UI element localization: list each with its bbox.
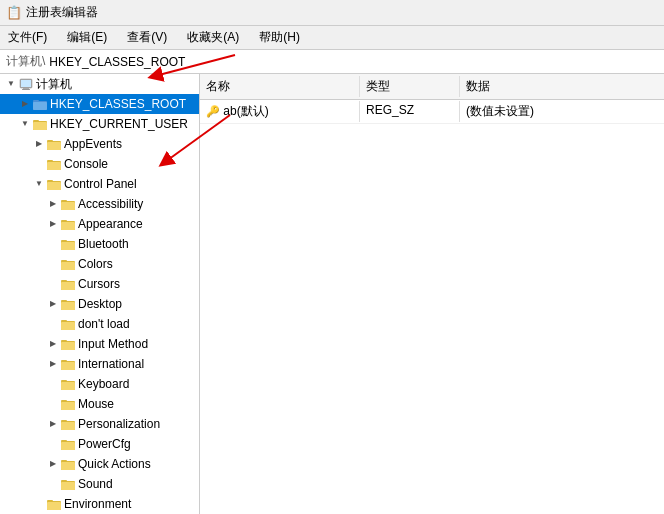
tree-label-quick_actions: Quick Actions [78, 455, 151, 473]
expand-btn-appearance[interactable]: ▶ [46, 215, 60, 233]
tree-label-appearance: Appearance [78, 215, 143, 233]
svg-rect-11 [47, 140, 53, 142]
svg-rect-29 [61, 260, 67, 262]
tree-label-appevents: AppEvents [64, 135, 122, 153]
svg-rect-20 [61, 200, 67, 202]
expand-btn-hkey_current_user[interactable]: ▼ [18, 115, 32, 133]
row-name-value: ab(默认) [223, 104, 268, 118]
svg-rect-50 [61, 400, 67, 402]
svg-rect-18 [47, 182, 61, 190]
tree-item-desktop[interactable]: ▶ Desktop [0, 294, 199, 314]
tree-label-international: International [78, 355, 144, 373]
tree-label-sound: Sound [78, 475, 113, 493]
svg-rect-24 [61, 222, 75, 230]
expand-btn-international[interactable]: ▶ [46, 355, 60, 373]
svg-rect-65 [47, 500, 53, 502]
expand-btn-accessibility[interactable]: ▶ [46, 195, 60, 213]
cell-type: REG_SZ [360, 101, 460, 122]
table-header: 名称 类型 数据 [200, 74, 664, 100]
menu-favorites[interactable]: 收藏夹(A) [183, 28, 243, 47]
tree-label-mouse: Mouse [78, 395, 114, 413]
svg-rect-60 [61, 462, 75, 470]
expand-btn-quick_actions[interactable]: ▶ [46, 455, 60, 473]
address-label: 计算机\ [6, 53, 45, 70]
svg-rect-35 [61, 300, 67, 302]
tree-item-hkey_current_user[interactable]: ▼ HKEY_CURRENT_USER [0, 114, 199, 134]
folder-icon-computer [18, 78, 34, 91]
tree-item-bluetooth[interactable]: Bluetooth [0, 234, 199, 254]
folder-icon-sound [60, 478, 76, 491]
expand-btn-controlpanel[interactable]: ▼ [32, 175, 46, 193]
menu-file[interactable]: 文件(F) [4, 28, 51, 47]
cell-name: 🔑 ab(默认) [200, 101, 360, 122]
menu-view[interactable]: 查看(V) [123, 28, 171, 47]
svg-rect-62 [61, 480, 67, 482]
folder-icon-hkey_current_user [32, 118, 48, 131]
svg-rect-8 [33, 120, 39, 122]
folder-icon-hkey_classes_root [32, 98, 48, 111]
folder-icon-powercfg [60, 438, 76, 451]
tree-item-hkey_classes_root[interactable]: ▶ HKEY_CLASSES_ROOT [0, 94, 199, 114]
svg-rect-33 [61, 282, 75, 290]
table-row[interactable]: 🔑 ab(默认) REG_SZ (数值未设置) [200, 100, 664, 124]
tree-item-sound[interactable]: Sound [0, 474, 199, 494]
expand-btn-input_method[interactable]: ▶ [46, 335, 60, 353]
menu-help[interactable]: 帮助(H) [255, 28, 304, 47]
tree-item-mouse[interactable]: Mouse [0, 394, 199, 414]
tree-item-appearance[interactable]: ▶ Appearance [0, 214, 199, 234]
svg-rect-9 [33, 122, 47, 130]
folder-icon-cursors [60, 278, 76, 291]
svg-rect-27 [61, 242, 75, 250]
tree-item-input_method[interactable]: ▶ Input Method [0, 334, 199, 354]
tree-item-quick_actions[interactable]: ▶ Quick Actions [0, 454, 199, 474]
svg-rect-21 [61, 202, 75, 210]
tree-item-personalization[interactable]: ▶ Personalization [0, 414, 199, 434]
expand-btn-appevents[interactable]: ▶ [32, 135, 46, 153]
tree-item-international[interactable]: ▶ International [0, 354, 199, 374]
tree-item-keyboard[interactable]: Keyboard [0, 374, 199, 394]
tree-item-accessibility[interactable]: ▶ Accessibility [0, 194, 199, 214]
folder-icon-dont_display [60, 318, 76, 331]
tree-label-input_method: Input Method [78, 335, 148, 353]
tree-label-accessibility: Accessibility [78, 195, 143, 213]
title-bar: 📋 注册表编辑器 [0, 0, 664, 26]
app-icon: 📋 [6, 5, 22, 20]
expand-btn-hkey_classes_root[interactable]: ▶ [18, 95, 32, 113]
tree-item-appevents[interactable]: ▶ AppEvents [0, 134, 199, 154]
tree-item-environment[interactable]: Environment [0, 494, 199, 514]
tree-panel[interactable]: ▼ 计算机▶ HKEY_CLASSES_ROOT▼ HKEY_CURRENT_U… [0, 74, 200, 514]
tree-item-cursors[interactable]: Cursors [0, 274, 199, 294]
tree-item-colors[interactable]: Colors [0, 254, 199, 274]
svg-rect-1 [21, 80, 31, 87]
folder-icon-keyboard [60, 378, 76, 391]
svg-rect-47 [61, 380, 67, 382]
cell-data: (数值未设置) [460, 101, 664, 122]
menu-bar: 文件(F) 编辑(E) 查看(V) 收藏夹(A) 帮助(H) [0, 26, 664, 50]
tree-label-environment: Environment [64, 495, 131, 513]
expand-btn-computer[interactable]: ▼ [4, 75, 18, 93]
svg-rect-30 [61, 262, 75, 270]
tree-item-console[interactable]: Console [0, 154, 199, 174]
svg-rect-56 [61, 440, 67, 442]
folder-icon-international [60, 358, 76, 371]
expand-btn-desktop[interactable]: ▶ [46, 295, 60, 313]
svg-rect-59 [61, 460, 67, 462]
svg-rect-66 [47, 502, 61, 510]
folder-icon-appearance [60, 218, 76, 231]
tree-item-powercfg[interactable]: PowerCfg [0, 434, 199, 454]
tree-item-computer[interactable]: ▼ 计算机 [0, 74, 199, 94]
tree-item-dont_display[interactable]: don't load [0, 314, 199, 334]
folder-icon-environment [46, 498, 62, 511]
folder-icon-mouse [60, 398, 76, 411]
expand-btn-personalization[interactable]: ▶ [46, 415, 60, 433]
svg-rect-17 [47, 180, 53, 182]
svg-rect-3 [22, 89, 30, 90]
svg-rect-42 [61, 342, 75, 350]
tree-label-desktop: Desktop [78, 295, 122, 313]
tree-label-powercfg: PowerCfg [78, 435, 131, 453]
folder-icon-bluetooth [60, 238, 76, 251]
tree-item-controlpanel[interactable]: ▼ Control Panel [0, 174, 199, 194]
col-header-type: 类型 [360, 76, 460, 97]
menu-edit[interactable]: 编辑(E) [63, 28, 111, 47]
col-header-name: 名称 [200, 76, 360, 97]
